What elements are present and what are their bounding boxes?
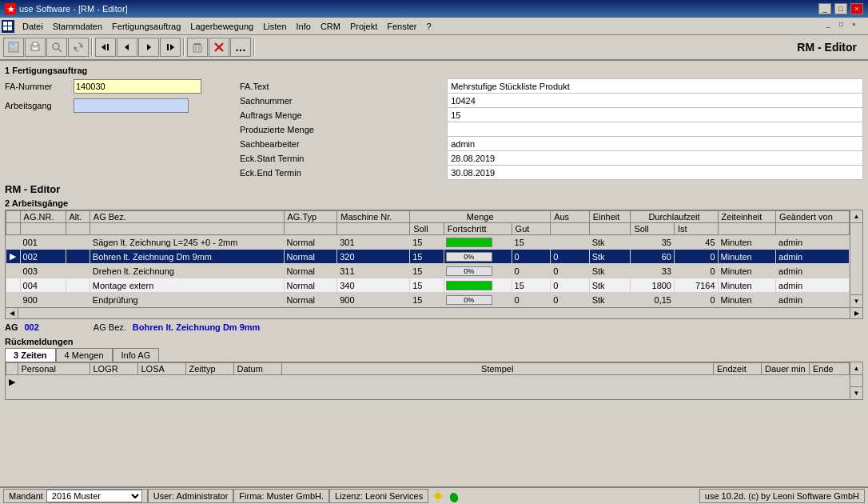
more-button[interactable]: … (230, 38, 251, 57)
maximize-button[interactable]: □ (834, 3, 847, 14)
progress-bar-text: 0% (447, 253, 492, 261)
search-button[interactable] (46, 38, 67, 57)
eck-start-row: Eck.Start Termin 28.08.2019 (237, 151, 863, 166)
subheader-zeiteinheit (718, 223, 776, 235)
last-record-button[interactable] (160, 38, 181, 57)
col-header-alt: Alt. (66, 211, 90, 223)
table-scrollbar-v[interactable]: ▲ ▼ (850, 210, 862, 307)
cell-dl-soll: 35 (631, 235, 675, 250)
cell-soll: 15 (410, 250, 444, 264)
inner-minimize-button[interactable]: _ (826, 21, 838, 31)
table-row[interactable]: 003Drehen lt. ZeichnungNormal311150%00St… (6, 264, 850, 278)
prev-record-button[interactable] (117, 38, 137, 57)
cell-gut: 0 (512, 264, 551, 278)
svg-rect-1 (8, 22, 12, 26)
col-header-durchlaufzeit: Durchlaufzeit (631, 211, 718, 223)
arbeitsgang-input[interactable] (74, 98, 189, 113)
cell-soll: 15 (410, 264, 444, 278)
bottom-scroll-up[interactable]: ▲ (850, 362, 862, 375)
bottom-empty-row: ▶ (6, 375, 850, 390)
print-button[interactable] (25, 38, 46, 57)
close-button[interactable]: × (850, 3, 863, 14)
minimize-button[interactable]: _ (818, 3, 831, 14)
menu-lagerbewegung[interactable]: Lagerbewegung (185, 20, 258, 33)
table-row[interactable]: 004Montage externNormal34015150Stk180071… (6, 278, 850, 293)
cell-aus (551, 235, 590, 250)
cell-alt (66, 264, 90, 278)
row-indicator (6, 264, 21, 278)
section1-header: 1 Fertigungsauftrag (5, 66, 863, 75)
cell-ag-nr: 002 (20, 250, 66, 264)
arbeitsgaenge-table-container: AG.NR. Alt. AG Bez. AG.Typ Maschine Nr. … (5, 210, 863, 308)
cell-geaendert: admin (776, 264, 850, 278)
bottom-header-row: Personal LOGR LOSA Zeittyp Datum Stempel… (6, 363, 850, 375)
scroll-left-button[interactable]: ◀ (6, 308, 18, 318)
cell-fortschritt (444, 278, 512, 293)
fa-text-row: FA.Text Mehrstufige Stückliste Produkt (237, 79, 863, 94)
cancel-button[interactable] (209, 38, 229, 57)
menu-fenster[interactable]: Fenster (382, 20, 421, 33)
main-content: 1 Fertigungsauftrag FA-Nummer Arbeitsgan… (0, 61, 868, 486)
svg-rect-21 (193, 45, 201, 52)
col-header-indicator (6, 211, 21, 223)
menu-info[interactable]: Info (292, 20, 316, 33)
scroll-down-button[interactable]: ▼ (850, 294, 862, 307)
delete-button[interactable] (187, 38, 208, 57)
bottom-scroll-down[interactable]: ▼ (850, 386, 862, 399)
menu-crm[interactable]: CRM (316, 20, 345, 33)
cell-maschine: 900 (337, 293, 410, 307)
svg-rect-6 (10, 47, 18, 51)
window-controls: _ □ × (818, 3, 863, 14)
next-record-button[interactable] (138, 38, 159, 57)
inner-close-button[interactable]: × (852, 21, 863, 31)
svg-rect-0 (3, 22, 7, 26)
col-header-einheit: Einheit (589, 211, 631, 223)
bottom-row-endzeit (497, 375, 713, 390)
mandant-select[interactable]: 2016 Muster (46, 490, 142, 502)
cell-aus: 0 (551, 264, 590, 278)
tab-zeiten[interactable]: 3 Zeiten (5, 348, 56, 362)
cell-einheit: Stk (589, 250, 631, 264)
menu-listen[interactable]: Listen (258, 20, 291, 33)
svg-rect-2 (3, 26, 7, 30)
col-header-ag-nr: AG.NR. (20, 211, 66, 223)
form-area: FA-Nummer Arbeitsgang FA.Text Mehrstufig… (5, 78, 863, 180)
scroll-up-button[interactable]: ▲ (850, 210, 862, 223)
tabs-row: 3 Zeiten 4 Mengen Info AG (5, 348, 863, 362)
status-icons (428, 490, 464, 502)
cell-soll: 15 (410, 293, 444, 307)
table-row[interactable]: 900EndprüfungNormal900150%00Stk0,150Minu… (6, 293, 850, 307)
fa-nummer-input[interactable] (74, 79, 201, 94)
refresh-button[interactable] (68, 38, 89, 57)
table-scrollbar-h[interactable]: ◀ ▶ (5, 308, 863, 319)
cell-ag-nr: 001 (20, 235, 66, 250)
bottom-scroll-track (850, 375, 862, 386)
table-row[interactable]: 001Sägen lt. Zeichnung L=245 +0 - 2mmNor… (6, 235, 850, 250)
bottom-col-losa: LOSA (137, 363, 185, 375)
menu-fertigungsauftrag[interactable]: Fertigungsauftrag (107, 20, 185, 33)
scroll-right-button[interactable]: ▶ (850, 308, 862, 318)
cell-einheit: Stk (589, 264, 631, 278)
cell-geaendert: admin (776, 250, 850, 264)
tab-mengen[interactable]: 4 Mengen (56, 348, 113, 362)
col-header-aus: Aus (551, 211, 590, 223)
menu-stammdaten[interactable]: Stammdaten (48, 20, 107, 33)
rueckmeldungen-table-wrap: Personal LOGR LOSA Zeittyp Datum Stempel… (6, 362, 850, 399)
inner-restore-button[interactable]: □ (839, 21, 850, 31)
svg-marker-18 (170, 44, 174, 50)
mandant-segment: Mandant 2016 Muster (3, 489, 148, 503)
tab-info-ag[interactable]: Info AG (113, 348, 160, 362)
menu-datei[interactable]: Datei (18, 20, 48, 33)
svg-marker-13 (74, 46, 78, 50)
cell-soll: 15 (410, 278, 444, 293)
menu-projekt[interactable]: Projekt (345, 20, 382, 33)
save-button[interactable] (3, 38, 24, 57)
progress-bar-text (447, 238, 492, 246)
menu-help[interactable]: ? (422, 20, 436, 33)
bottom-scrollbar-v[interactable]: ▲ ▼ (850, 362, 862, 399)
table-row[interactable]: ▶002Bohren lt. Zeichnung Dm 9mmNormal320… (6, 250, 850, 264)
toolbar-separator-2 (183, 38, 185, 56)
svg-rect-15 (107, 44, 109, 50)
progress-bar (446, 281, 492, 290)
first-record-button[interactable] (95, 38, 116, 57)
